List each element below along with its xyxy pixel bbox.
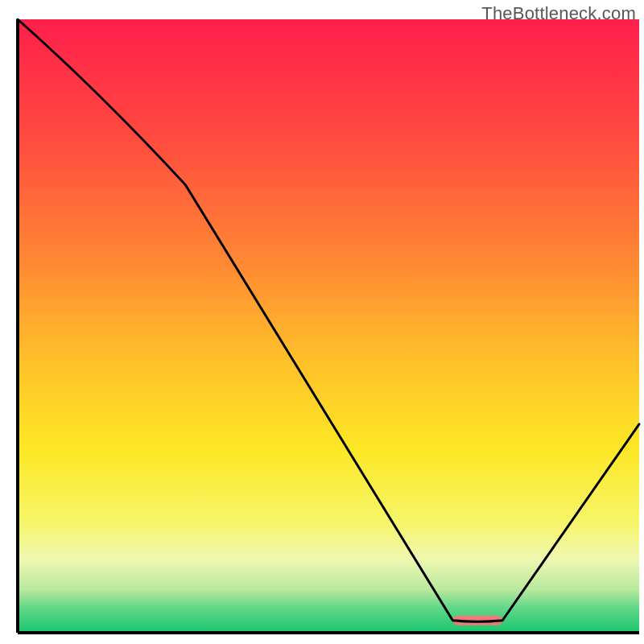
bottleneck-chart: [0, 0, 644, 644]
watermark-text: TheBottleneck.com: [481, 3, 636, 24]
chart-container: TheBottleneck.com: [0, 0, 644, 644]
gradient-background: [18, 19, 639, 633]
